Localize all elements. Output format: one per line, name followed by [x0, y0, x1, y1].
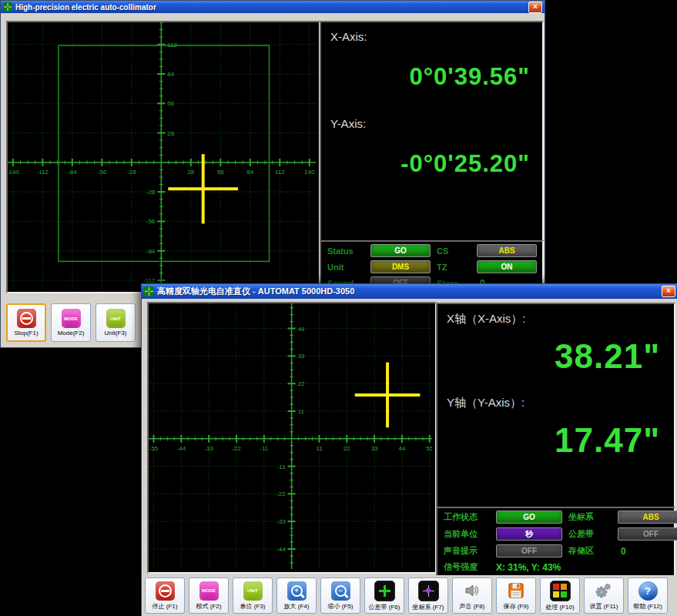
mode-icon: MODE [62, 309, 81, 328]
front-client-area: -55-44-33-22-11112233445544332211-11-22-… [142, 299, 677, 616]
sound-button-label: 声音 (F8) [460, 602, 485, 611]
front-status-panel: 工作状态 GO 坐标系 ABS 当前单位 秒 公差带 OFF 声音提示 OFF … [436, 507, 675, 577]
svg-text:-22: -22 [232, 445, 241, 452]
front-y-axis-value: 17.47" [555, 421, 660, 460]
unit-button[interactable]: UNIT 单位 (F3) [233, 578, 273, 614]
floppy-disk-icon [507, 581, 526, 601]
stop-icon [156, 581, 175, 601]
tolerance-off-pill: OFF [618, 527, 677, 541]
tolerance-band-button[interactable]: 公差带 (F6) [364, 578, 404, 614]
front-window: 高精度双轴光电自准直仪 - AUTOMAT 5000HD-3050 × -55-… [141, 283, 677, 616]
svg-text:-112: -112 [37, 169, 49, 176]
tolerance-label: 公差带 [568, 528, 612, 540]
mode-button-label: Mode(F2) [58, 330, 85, 336]
stop-button[interactable]: 停止 (F1) [145, 578, 185, 614]
sound-prompt-off-pill: OFF [496, 544, 562, 557]
coordinate-system-button[interactable]: 坐标系 (F7) [408, 578, 448, 614]
back-titlebar[interactable]: High-precision electric auto-collimator … [1, 1, 545, 13]
svg-text:-55: -55 [149, 445, 159, 452]
front-close-button[interactable]: × [662, 286, 675, 297]
unit-dms-pill: DMS [370, 260, 431, 273]
zoom-out-button[interactable]: − 缩小 (F5) [320, 578, 360, 614]
front-reticle-chart: -55-44-33-22-11112233445544332211-11-22-… [149, 303, 432, 569]
back-close-button[interactable]: × [528, 2, 542, 13]
back-graph-panel: -140-112-84-56-28285684112140112845628-2… [6, 21, 320, 293]
stop-icon [17, 309, 36, 328]
unit-button-label: Unit(F3) [105, 330, 127, 336]
cs-abs-pill: ABS [477, 244, 537, 257]
front-toolbar: 停止 (F1) MODE 模式 (F2) UNIT 单位 (F3) + 放大 (… [142, 575, 677, 616]
svg-text:44: 44 [298, 326, 305, 333]
svg-text:-44: -44 [177, 445, 186, 452]
svg-text:-22: -22 [276, 490, 286, 497]
svg-text:-33: -33 [204, 445, 213, 452]
stop-button[interactable]: Stop(F1) [6, 303, 46, 342]
front-titlebar[interactable]: 高精度双轴光电自准直仪 - AUTOMAT 5000HD-3050 × [142, 284, 677, 299]
process-icon [550, 581, 571, 601]
sound-button[interactable]: 声音 (F8) [452, 578, 492, 614]
svg-text:84: 84 [167, 71, 174, 78]
storage-label: 存储区 [568, 545, 612, 557]
front-readout-panel: X轴（X-Axis）: 38.21" Y轴（Y-Axis）: 17.47" [436, 303, 675, 508]
help-button-label: 帮助 (F12) [633, 602, 662, 611]
current-unit-label: 当前单位 [444, 528, 490, 540]
svg-text:22: 22 [344, 445, 350, 452]
svg-text:44: 44 [398, 445, 405, 452]
svg-text:-33: -33 [276, 518, 286, 525]
svg-text:56: 56 [217, 169, 224, 176]
zoom-in-button[interactable]: + 放大 (F4) [276, 578, 317, 614]
svg-text:-28: -28 [146, 189, 156, 196]
gears-icon [595, 581, 614, 601]
svg-text:-11: -11 [277, 464, 287, 470]
svg-text:33: 33 [298, 353, 305, 360]
work-status-go-pill: GO [496, 511, 562, 524]
svg-text:-56: -56 [146, 218, 156, 225]
settings-button-label: 设置 (F11) [590, 602, 618, 611]
svg-text:-56: -56 [98, 169, 107, 176]
stop-button-label: 停止 (F1) [152, 602, 178, 611]
svg-text:-84: -84 [68, 169, 77, 176]
sound-prompt-label: 声音提示 [444, 545, 490, 557]
svg-text:-140: -140 [8, 169, 19, 176]
zoom-out-icon: − [331, 581, 350, 601]
back-x-axis-value: 0°0'39.56" [409, 63, 530, 91]
coord-system-label: 坐标系 [568, 511, 612, 523]
speaker-icon [463, 581, 482, 601]
mode-icon: MODE [199, 581, 219, 601]
back-readout-panel: X-Axis: 0°0'39.56" Y-Axis: -0°0'25.20" [320, 21, 544, 242]
svg-text:140: 140 [304, 169, 315, 176]
work-status-label: 工作状态 [444, 511, 490, 523]
help-button[interactable]: ? 帮助 (F12) [628, 578, 668, 614]
unit-icon: UNIT [243, 581, 263, 601]
svg-text:33: 33 [371, 445, 378, 452]
back-window-title: High-precision electric auto-collimator [15, 3, 525, 12]
coordinate-system-button-label: 坐标系 (F7) [413, 603, 444, 611]
save-button-label: 保存 (F9) [504, 602, 529, 611]
zoom-in-icon: + [287, 581, 307, 601]
signal-strength-label: 信号强度 [444, 561, 490, 573]
zoom-out-button-label: 缩小 (F5) [328, 602, 354, 611]
tz-on-pill: ON [477, 260, 537, 273]
cs-label: CS [437, 246, 471, 256]
status-go-pill: GO [370, 244, 431, 257]
mode-button[interactable]: MODE 模式 (F2) [189, 578, 229, 614]
svg-text:-11: -11 [260, 445, 269, 452]
svg-text:11: 11 [316, 445, 323, 452]
unit-button[interactable]: UNIT Unit(F3) [96, 303, 136, 342]
mode-button[interactable]: MODE Mode(F2) [51, 303, 91, 342]
save-button[interactable]: 保存 (F9) [496, 578, 536, 614]
svg-text:-28: -28 [127, 169, 136, 176]
tolerance-band-button-label: 公差带 (F6) [369, 603, 401, 611]
back-reticle-chart: -140-112-84-56-28285684112140112845628-2… [8, 22, 316, 289]
settings-button[interactable]: 设置 (F11) [584, 578, 624, 614]
process-button[interactable]: 处理 (F10) [540, 578, 580, 614]
process-button-label: 处理 (F10) [545, 603, 574, 611]
app-icon [144, 286, 154, 296]
zoom-in-button-label: 放大 (F4) [284, 602, 310, 611]
app-icon [3, 2, 12, 12]
current-unit-pill: 秒 [496, 527, 562, 541]
status-label: Status [327, 246, 364, 256]
svg-text:22: 22 [298, 380, 305, 387]
unit-button-label: 单位 (F3) [240, 602, 266, 611]
svg-text:112: 112 [275, 169, 285, 176]
